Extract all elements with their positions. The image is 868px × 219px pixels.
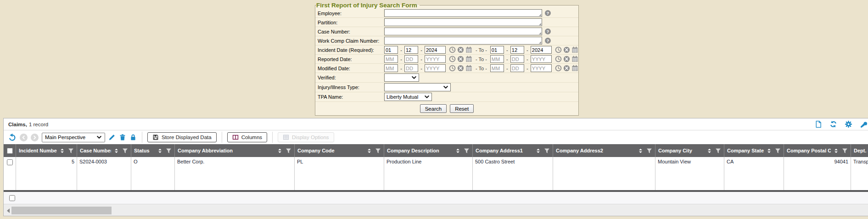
- reported-from-month-input[interactable]: [384, 55, 398, 63]
- header-company-code[interactable]: Company Code: [295, 144, 384, 157]
- employee-input[interactable]: [384, 9, 542, 17]
- calendar-icon[interactable]: [465, 65, 472, 72]
- delete-perspective-icon[interactable]: [119, 134, 126, 141]
- incident-to-year-input[interactable]: [531, 46, 552, 54]
- clock-icon[interactable]: [449, 46, 456, 53]
- reported-to-day-input[interactable]: [510, 55, 524, 63]
- sort-icon[interactable]: [60, 148, 65, 154]
- filter-icon[interactable]: [464, 148, 470, 154]
- header-company-city[interactable]: Company City: [655, 144, 724, 157]
- header-case-number[interactable]: Case Number: [77, 144, 131, 157]
- perspective-select[interactable]: Main Perspective: [42, 133, 105, 142]
- filter-icon[interactable]: [646, 148, 652, 154]
- gear-icon[interactable]: [845, 120, 852, 128]
- header-company-description[interactable]: Company Description: [384, 144, 473, 157]
- header-company-abbreviation[interactable]: Company Abbreviation: [175, 144, 295, 157]
- edit-perspective-icon[interactable]: [108, 134, 116, 141]
- filter-icon[interactable]: [166, 148, 172, 154]
- sort-icon[interactable]: [767, 148, 772, 154]
- clock-icon[interactable]: [555, 65, 562, 72]
- clock-icon[interactable]: [449, 56, 456, 62]
- reported-from-day-input[interactable]: [404, 55, 418, 63]
- filter-icon[interactable]: [775, 148, 781, 154]
- clock-icon[interactable]: [555, 56, 562, 62]
- undo-icon[interactable]: [8, 133, 17, 142]
- injury-type-select[interactable]: [384, 83, 451, 91]
- incident-to-month-input[interactable]: [490, 46, 504, 54]
- modified-from-month-input[interactable]: [384, 64, 398, 72]
- search-button[interactable]: Search: [420, 104, 447, 113]
- header-company-state[interactable]: Company State: [724, 144, 784, 157]
- calendar-icon[interactable]: [571, 65, 578, 72]
- modified-to-year-input[interactable]: [531, 64, 552, 72]
- scroll-left-arrow[interactable]: [7, 208, 10, 213]
- header-status[interactable]: Status: [131, 144, 175, 157]
- work-comp-input[interactable]: [384, 37, 542, 45]
- table-row[interactable]: 5 S2024-0003 O Better Corp. PL Productio…: [4, 157, 868, 190]
- filter-icon[interactable]: [286, 148, 291, 154]
- clear-icon[interactable]: [457, 65, 464, 72]
- verified-select[interactable]: [384, 73, 419, 82]
- sort-icon[interactable]: [114, 148, 119, 154]
- wrench-icon[interactable]: [860, 120, 868, 128]
- calendar-icon[interactable]: [465, 46, 472, 53]
- clear-icon[interactable]: [457, 46, 464, 53]
- help-icon[interactable]: [545, 10, 551, 16]
- reported-to-year-input[interactable]: [531, 55, 552, 63]
- calendar-icon[interactable]: [465, 56, 472, 62]
- modified-from-year-input[interactable]: [425, 64, 446, 72]
- clear-icon[interactable]: [563, 56, 570, 62]
- incident-from-day-input[interactable]: [404, 46, 418, 54]
- sort-icon[interactable]: [157, 148, 162, 154]
- header-company-postal-code[interactable]: Company Postal Code: [784, 144, 851, 157]
- reset-button[interactable]: Reset: [450, 104, 474, 113]
- sort-icon[interactable]: [455, 148, 460, 154]
- store-displayed-data-button[interactable]: Store Displayed Data: [147, 132, 217, 142]
- modified-to-day-input[interactable]: [510, 64, 524, 72]
- modified-to-month-input[interactable]: [490, 64, 504, 72]
- clear-icon[interactable]: [563, 46, 570, 53]
- partition-input[interactable]: [384, 18, 542, 26]
- filter-icon[interactable]: [842, 148, 848, 154]
- filter-icon[interactable]: [68, 148, 74, 154]
- header-incident-number[interactable]: Incident Number: [16, 144, 77, 157]
- filter-icon[interactable]: [544, 148, 550, 154]
- reported-to-month-input[interactable]: [490, 55, 504, 63]
- filter-icon[interactable]: [375, 148, 381, 154]
- header-company-address2[interactable]: Company Address2: [553, 144, 655, 157]
- help-icon[interactable]: [545, 38, 551, 44]
- incident-to-day-input[interactable]: [510, 46, 524, 54]
- next-perspective-button[interactable]: [31, 134, 39, 141]
- select-all-checkbox[interactable]: [7, 148, 13, 154]
- sort-icon[interactable]: [536, 148, 541, 154]
- incident-from-year-input[interactable]: [425, 46, 446, 54]
- footer-checkbox[interactable]: [9, 195, 15, 201]
- previous-perspective-button[interactable]: [20, 134, 28, 141]
- new-document-icon[interactable]: [814, 120, 822, 128]
- refresh-icon[interactable]: [829, 120, 837, 128]
- incident-from-month-input[interactable]: [384, 46, 398, 54]
- sort-icon[interactable]: [638, 148, 643, 154]
- header-dept-id[interactable]: Dept. ID: [851, 144, 868, 157]
- modified-from-day-input[interactable]: [404, 64, 418, 72]
- clock-icon[interactable]: [449, 65, 456, 72]
- sort-icon[interactable]: [277, 148, 282, 154]
- clear-icon[interactable]: [563, 65, 570, 72]
- filter-icon[interactable]: [715, 148, 721, 154]
- clock-icon[interactable]: [555, 46, 562, 53]
- calendar-icon[interactable]: [571, 56, 578, 62]
- filter-icon[interactable]: [122, 148, 128, 154]
- sort-icon[interactable]: [707, 148, 712, 154]
- clear-icon[interactable]: [457, 56, 464, 62]
- columns-button[interactable]: Columns: [227, 132, 267, 142]
- lock-icon[interactable]: [129, 134, 137, 141]
- calendar-icon[interactable]: [571, 46, 578, 53]
- row-checkbox[interactable]: [7, 159, 13, 165]
- horizontal-scrollbar[interactable]: [4, 204, 868, 216]
- reported-from-year-input[interactable]: [425, 55, 446, 63]
- case-number-input[interactable]: [384, 28, 542, 35]
- sort-icon[interactable]: [367, 148, 372, 154]
- tpa-name-select[interactable]: Liberty Mutual: [384, 93, 432, 101]
- scrollbar-thumb[interactable]: [11, 207, 112, 214]
- help-icon[interactable]: [545, 28, 551, 34]
